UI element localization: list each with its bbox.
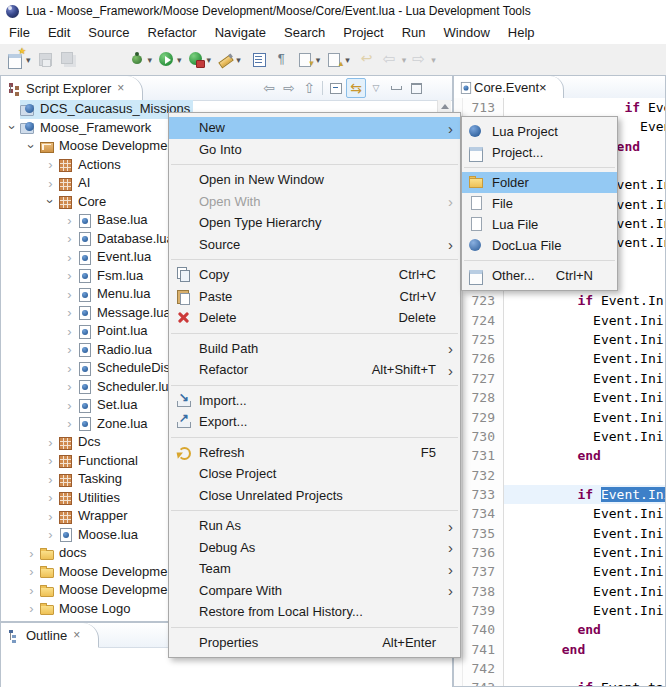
- collapsed-chevron-icon[interactable]: ›: [43, 490, 58, 505]
- code-line-735[interactable]: 735 Event.Ini: [463, 524, 665, 543]
- previous-annotation-button[interactable]: ▾: [324, 48, 352, 72]
- scroll-up-icon[interactable]: [441, 104, 449, 109]
- code-line-742[interactable]: 742: [463, 659, 665, 678]
- dropdown-arrow-icon[interactable]: ▾: [26, 55, 31, 65]
- menu-item-refactor[interactable]: RefactorAlt+Shift+T›: [169, 359, 460, 381]
- menubar-item-file[interactable]: File: [0, 22, 39, 44]
- menu-item-delete[interactable]: DeleteDelete: [169, 307, 460, 329]
- back-button[interactable]: ▾: [381, 48, 409, 72]
- code-line-734[interactable]: 734 Event.Ini: [463, 504, 665, 523]
- collapsed-chevron-icon[interactable]: ›: [43, 176, 58, 191]
- save-button[interactable]: [35, 48, 56, 72]
- code-line-726[interactable]: 726 Event.Ini: [463, 349, 665, 368]
- menu-item-open-type-hierarchy[interactable]: Open Type Hierarchy: [169, 212, 460, 234]
- code-line-728[interactable]: 728 Event.Ini: [463, 388, 665, 407]
- code-line-729[interactable]: 729 Event.Ini: [463, 408, 665, 427]
- menubar-item-search[interactable]: Search: [275, 22, 334, 44]
- menu-item-open-in-new-window[interactable]: Open in New Window: [169, 169, 460, 191]
- mark-occurrences-button[interactable]: ▾: [215, 48, 243, 72]
- menu-item-copy[interactable]: CopyCtrl+C: [169, 264, 460, 286]
- run-history-button[interactable]: ▾: [186, 48, 214, 72]
- code-line-727[interactable]: 727 Event.Ini: [463, 369, 665, 388]
- menu-item-new[interactable]: New›: [169, 117, 460, 139]
- menu-item-properties[interactable]: PropertiesAlt+Enter: [169, 632, 460, 654]
- run-button[interactable]: ▾: [156, 48, 184, 72]
- expanded-chevron-icon[interactable]: ›: [24, 139, 39, 154]
- view-menu-icon[interactable]: ▽: [366, 78, 386, 98]
- expanded-chevron-icon[interactable]: ›: [5, 120, 20, 135]
- code-line-743[interactable]: 743 if Event.ta: [463, 678, 665, 686]
- menu-item-folder[interactable]: Folder: [462, 172, 617, 193]
- collapsed-chevron-icon[interactable]: ›: [43, 472, 58, 487]
- minimize-icon[interactable]: [386, 78, 406, 98]
- up-icon[interactable]: ⇧: [299, 78, 319, 98]
- dropdown-arrow-icon[interactable]: ▾: [207, 55, 212, 65]
- dropdown-arrow-icon[interactable]: ▾: [431, 55, 436, 65]
- menubar-item-source[interactable]: Source: [79, 22, 138, 44]
- code-line-713[interactable]: 713 if Event.: [463, 98, 665, 117]
- collapsed-chevron-icon[interactable]: ›: [43, 435, 58, 450]
- menubar-item-edit[interactable]: Edit: [39, 22, 79, 44]
- dropdown-arrow-icon[interactable]: ▾: [236, 55, 241, 65]
- menubar-item-run[interactable]: Run: [393, 22, 435, 44]
- menu-item-other[interactable]: Other...Ctrl+N: [462, 265, 617, 286]
- last-edit-location-button[interactable]: [358, 48, 379, 72]
- code-line-741[interactable]: 741 end: [463, 640, 665, 659]
- collapsed-chevron-icon[interactable]: ›: [43, 453, 58, 468]
- new-wizard-button[interactable]: ▾: [5, 48, 33, 72]
- dropdown-arrow-icon[interactable]: ▾: [148, 55, 153, 65]
- menu-item-close-unrelated-projects[interactable]: Close Unrelated Projects: [169, 485, 460, 507]
- collapsed-chevron-icon[interactable]: ›: [24, 601, 39, 616]
- menu-item-import[interactable]: Import...: [169, 390, 460, 412]
- collapsed-chevron-icon[interactable]: ›: [62, 305, 77, 320]
- menu-item-paste[interactable]: PasteCtrl+V: [169, 286, 460, 308]
- collapsed-chevron-icon[interactable]: ›: [24, 583, 39, 598]
- collapsed-chevron-icon[interactable]: ›: [43, 527, 58, 542]
- close-icon[interactable]: ×: [539, 80, 547, 95]
- menu-item-lua-project[interactable]: Lua Project: [462, 121, 617, 142]
- code-line-725[interactable]: 725 Event.Ini: [463, 330, 665, 349]
- debug-button[interactable]: ▾: [127, 48, 155, 72]
- code-line-733[interactable]: 733 if Event.Ini: [463, 485, 665, 504]
- close-icon[interactable]: ×: [73, 628, 80, 642]
- code-line-732[interactable]: 732: [463, 466, 665, 485]
- dropdown-arrow-icon[interactable]: ▾: [177, 55, 182, 65]
- code-line-724[interactable]: 724 Event.Ini: [463, 311, 665, 330]
- show-whitespace-button[interactable]: [272, 48, 293, 72]
- maximize-icon[interactable]: [406, 78, 426, 98]
- tab-core-event[interactable]: Core.Event ×: [454, 76, 564, 98]
- code-line-730[interactable]: 730 Event.Ini: [463, 427, 665, 446]
- next-annotation-button[interactable]: ▾: [295, 48, 323, 72]
- collapsed-chevron-icon[interactable]: ›: [62, 416, 77, 431]
- menu-item-doclua-file[interactable]: DocLua File: [462, 235, 617, 256]
- menu-item-debug-as[interactable]: Debug As›: [169, 537, 460, 559]
- menu-item-build-path[interactable]: Build Path›: [169, 338, 460, 360]
- collapsed-chevron-icon[interactable]: ›: [43, 157, 58, 172]
- code-line-737[interactable]: 737 Event.Ini: [463, 562, 665, 581]
- collapsed-chevron-icon[interactable]: ›: [24, 564, 39, 579]
- menubar-item-help[interactable]: Help: [499, 22, 544, 44]
- collapsed-chevron-icon[interactable]: ›: [24, 546, 39, 561]
- back-icon[interactable]: ⇦: [259, 78, 279, 98]
- code-line-738[interactable]: 738 Event.Ini: [463, 582, 665, 601]
- menu-item-source[interactable]: Source›: [169, 234, 460, 256]
- collapsed-chevron-icon[interactable]: ›: [43, 509, 58, 524]
- menubar-item-window[interactable]: Window: [435, 22, 499, 44]
- menubar-item-refactor[interactable]: Refactor: [139, 22, 206, 44]
- collapse-all-icon[interactable]: [326, 78, 346, 98]
- code-line-740[interactable]: 740 end: [463, 620, 665, 639]
- close-icon[interactable]: ×: [117, 81, 124, 95]
- dropdown-arrow-icon[interactable]: ▾: [316, 55, 321, 65]
- menu-item-lua-file[interactable]: Lua File: [462, 214, 617, 235]
- menu-item-restore-from-local-history[interactable]: Restore from Local History...: [169, 601, 460, 623]
- dropdown-arrow-icon[interactable]: ▾: [345, 55, 350, 65]
- collapsed-chevron-icon[interactable]: ›: [62, 398, 77, 413]
- menu-item-project[interactable]: Project...: [462, 142, 617, 163]
- menu-item-run-as[interactable]: Run As›: [169, 515, 460, 537]
- collapsed-chevron-icon[interactable]: ›: [62, 361, 77, 376]
- menu-item-file[interactable]: File: [462, 193, 617, 214]
- menubar-item-navigate[interactable]: Navigate: [206, 22, 275, 44]
- collapsed-chevron-icon[interactable]: ›: [62, 250, 77, 265]
- collapsed-chevron-icon[interactable]: ›: [24, 620, 39, 621]
- dropdown-arrow-icon[interactable]: ▾: [402, 55, 407, 65]
